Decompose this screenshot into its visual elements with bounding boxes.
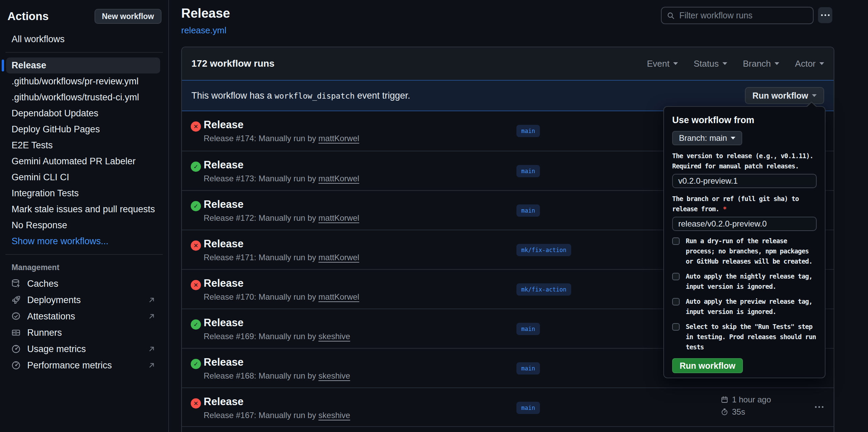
run-duration: 35s xyxy=(720,407,771,417)
run-title-link[interactable]: Release xyxy=(204,396,243,408)
sidebar-workflow-item[interactable]: Deploy GitHub Pages xyxy=(0,121,168,137)
verified-icon xyxy=(11,311,21,321)
dispatch-checkbox-row[interactable]: Auto apply the preview release tag, inpu… xyxy=(672,296,817,317)
run-actor-link[interactable]: skeshive xyxy=(319,411,350,420)
sidebar-workflow-item[interactable]: Gemini Automated PR Labeler xyxy=(0,153,168,169)
stopwatch-icon xyxy=(720,408,729,416)
checkbox[interactable] xyxy=(672,323,680,331)
run-workflow-panel: Use workflow from Branch: main The versi… xyxy=(663,106,826,378)
run-actor-link[interactable]: skeshive xyxy=(319,332,350,341)
run-actor-link[interactable]: skeshive xyxy=(319,371,350,380)
branch-badge[interactable]: mk/fix-action xyxy=(516,283,571,296)
new-workflow-button[interactable]: New workflow xyxy=(95,9,161,24)
run-actor-link[interactable]: mattKorwel xyxy=(319,134,359,143)
sidebar-item-label: Caches xyxy=(27,279,58,289)
sidebar-workflow-item[interactable]: No Response xyxy=(0,217,168,233)
horizontal-kebab-icon xyxy=(821,14,830,16)
sidebar-workflow-item[interactable]: E2E Tests xyxy=(0,137,168,153)
branch-badge[interactable]: mk/fix-action xyxy=(516,244,571,256)
branch-badge[interactable]: main xyxy=(516,402,540,414)
workflow-options-kebab-button[interactable] xyxy=(818,7,832,23)
sidebar-item-deployments[interactable]: Deployments xyxy=(0,292,168,308)
branch-select-button[interactable]: Branch: main xyxy=(672,131,742,145)
horizontal-kebab-icon xyxy=(815,406,823,408)
filter-dropdown-button[interactable]: Branch xyxy=(743,59,779,69)
version-input[interactable] xyxy=(672,174,817,188)
run-description: Release #171: Manually run by mattKorwel xyxy=(204,253,359,262)
branch-badge[interactable]: main xyxy=(516,125,540,137)
chevron-down-icon xyxy=(731,137,735,139)
run-status-icon: ✓ xyxy=(191,359,201,369)
run-workflow-submit-button[interactable]: Run workflow xyxy=(672,358,743,373)
run-status-icon: ✕ xyxy=(191,280,201,290)
run-actor-link[interactable]: mattKorwel xyxy=(319,174,359,183)
ref-input[interactable] xyxy=(672,217,817,231)
filter-workflow-runs-input[interactable] xyxy=(679,11,808,20)
run-title-link[interactable]: Release xyxy=(204,277,243,289)
sidebar-workflow-item[interactable]: .github/workflows/pr-review.yml xyxy=(0,73,168,89)
meter-icon xyxy=(11,344,21,354)
management-section-title: Management xyxy=(0,263,168,272)
run-description: Release #167: Manually run by skeshive xyxy=(204,411,350,420)
calendar-icon xyxy=(720,396,729,404)
workflow-run-row[interactable]: ✕ Release Release #167: Manually run by … xyxy=(182,387,834,427)
run-title-link[interactable]: Release xyxy=(204,238,243,250)
sidebar-item-caches[interactable]: Caches xyxy=(0,276,168,292)
sidebar-workflow-item[interactable]: Show more workflows... xyxy=(0,233,168,249)
chevron-down-icon xyxy=(812,94,817,97)
run-title-link[interactable]: Release xyxy=(204,198,243,211)
run-title-link[interactable]: Release xyxy=(204,317,243,329)
run-actor-link[interactable]: mattKorwel xyxy=(319,292,359,301)
runs-filters: EventStatusBranchActor xyxy=(647,59,824,69)
run-kebab-button[interactable] xyxy=(815,403,823,409)
run-description: Release #168: Manually run by skeshive xyxy=(204,371,350,381)
workflow-dispatch-code: workflow_dispatch xyxy=(275,92,355,100)
workflow-list: Release.github/workflows/pr-review.yml.g… xyxy=(0,57,168,249)
checkbox-label: Select to skip the "Run Tests" step in t… xyxy=(686,321,816,352)
filter-dropdown-button[interactable]: Status xyxy=(694,59,727,69)
checkbox[interactable] xyxy=(672,298,680,305)
filter-dropdown-button[interactable]: Event xyxy=(647,59,678,69)
page-title: Release xyxy=(181,6,230,21)
run-description: Release #174: Manually run by mattKorwel xyxy=(204,134,359,143)
branch-badge[interactable]: main xyxy=(516,362,540,375)
branch-badge[interactable]: main xyxy=(516,323,540,335)
sidebar-workflow-item[interactable]: Release xyxy=(6,57,160,73)
dispatch-checkbox-row[interactable]: Run a dry-run of the release process; no… xyxy=(672,236,817,266)
run-title-link[interactable]: Release xyxy=(204,356,243,368)
run-title-link[interactable]: Release xyxy=(204,119,243,131)
sidebar-workflow-item[interactable]: Mark stale issues and pull requests xyxy=(0,201,168,217)
branch-badge[interactable]: main xyxy=(516,204,540,217)
sidebar-workflow-item[interactable]: .github/workflows/trusted-ci.yml xyxy=(0,89,168,105)
run-actor-link[interactable]: mattKorwel xyxy=(319,213,359,222)
checkbox[interactable] xyxy=(672,237,680,245)
filter-workflow-runs-box xyxy=(661,7,814,24)
external-link-icon xyxy=(147,345,156,353)
sidebar-item-runners[interactable]: Runners xyxy=(0,325,168,341)
run-title-link[interactable]: Release xyxy=(204,159,243,171)
run-description: Release #172: Manually run by mattKorwel xyxy=(204,213,359,223)
required-asterisk: * xyxy=(723,205,727,213)
dispatch-checkbox-row[interactable]: Auto apply the nightly release tag, inpu… xyxy=(672,271,817,292)
sidebar-divider xyxy=(5,254,163,255)
actions-sidebar: Actions New workflow All workflows Relea… xyxy=(0,0,169,432)
sidebar-item-performance-metrics[interactable]: Performance metrics xyxy=(0,357,168,373)
cache-icon xyxy=(11,279,21,289)
run-actor-link[interactable]: mattKorwel xyxy=(319,253,359,262)
sidebar-header: Actions New workflow xyxy=(0,0,168,24)
checkbox-label: Auto apply the nightly release tag, inpu… xyxy=(686,271,812,292)
branch-badge[interactable]: main xyxy=(516,165,540,177)
sidebar-divider xyxy=(5,52,163,53)
filter-dropdown-button[interactable]: Actor xyxy=(795,59,824,69)
run-status-icon: ✓ xyxy=(191,319,201,330)
workflow-file-link[interactable]: release.yml xyxy=(181,25,226,36)
sidebar-item-usage-metrics[interactable]: Usage metrics xyxy=(0,341,168,357)
sidebar-item-all-workflows[interactable]: All workflows xyxy=(0,31,168,47)
sidebar-workflow-item[interactable]: Gemini CLI CI xyxy=(0,169,168,185)
sidebar-workflow-item[interactable]: Integration Tests xyxy=(0,185,168,201)
dispatch-checkbox-row[interactable]: Select to skip the "Run Tests" step in t… xyxy=(672,321,817,352)
checkbox[interactable] xyxy=(672,273,680,280)
sidebar-item-attestations[interactable]: Attestations xyxy=(0,308,168,325)
sidebar-workflow-item[interactable]: Dependabot Updates xyxy=(0,105,168,121)
sidebar-item-label: Attestations xyxy=(27,311,75,322)
